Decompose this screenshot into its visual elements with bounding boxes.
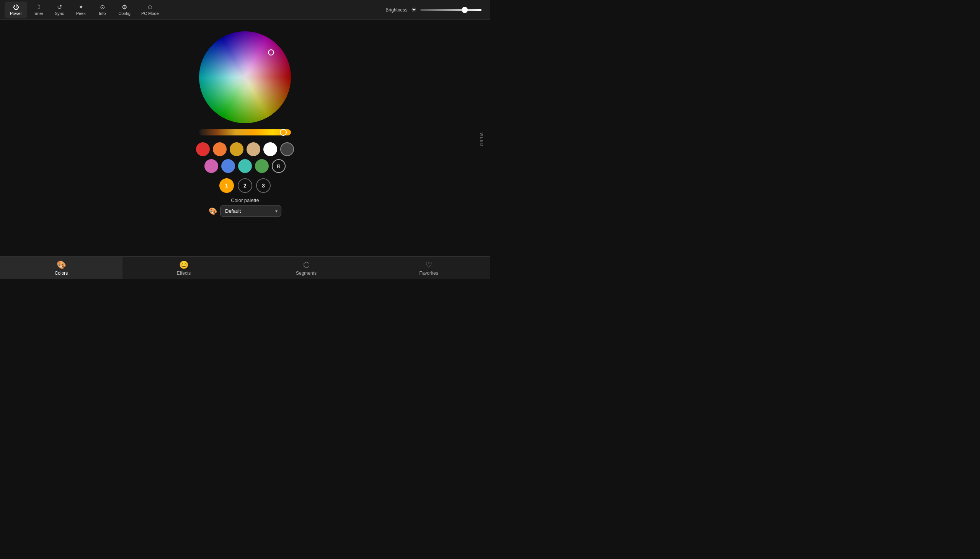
hue-slider[interactable]: [199, 129, 291, 136]
hue-slider-container: [199, 129, 291, 137]
timer-icon: ☽: [35, 4, 41, 10]
swatches-row-2: R: [204, 159, 286, 173]
bottom-nav-segments-label: Segments: [296, 271, 316, 276]
nav-timer-label: Timer: [33, 11, 43, 16]
bottom-nav-colors[interactable]: 🎨 Colors: [0, 257, 122, 280]
pc-mode-icon: ☺: [147, 4, 153, 10]
swatch-black[interactable]: [280, 142, 294, 156]
palette-icon: 🎨: [209, 207, 217, 215]
colors-nav-icon: 🎨: [57, 260, 66, 270]
palette-num-1[interactable]: 1: [219, 178, 234, 193]
swatch-green[interactable]: [255, 159, 269, 173]
swatch-red[interactable]: [196, 142, 210, 156]
color-wheel[interactable]: [199, 31, 291, 123]
brightness-label: Brightness: [386, 7, 407, 13]
top-navigation: ⏻ Power ☽ Timer ↺ Sync ✦ Peek ⊙ Info ⚙ C…: [0, 0, 490, 20]
brightness-area: Brightness ☀: [386, 6, 485, 13]
effects-nav-icon: 😊: [179, 260, 189, 270]
nav-config[interactable]: ⚙ Config: [113, 2, 136, 18]
favorites-nav-icon: ♡: [425, 260, 432, 270]
nav-info[interactable]: ⊙ Info: [91, 2, 113, 18]
config-icon: ⚙: [122, 4, 127, 10]
brightness-slider[interactable]: [420, 9, 482, 11]
bottom-nav-segments[interactable]: ⬡ Segments: [245, 257, 368, 280]
bottom-nav-favorites-label: Favorites: [419, 271, 438, 276]
segments-nav-icon: ⬡: [303, 260, 310, 270]
bottom-nav-effects-label: Effects: [177, 271, 190, 276]
nav-info-label: Info: [99, 11, 106, 16]
palette-select-wrapper: Default Random Cycle Color 1 Colors 1&2 …: [220, 205, 281, 217]
nav-power[interactable]: ⏻ Power: [5, 2, 27, 18]
bottom-nav-favorites[interactable]: ♡ Favorites: [368, 257, 490, 280]
swatches-row-1: [196, 142, 294, 156]
swatch-orange[interactable]: [213, 142, 227, 156]
peek-icon: ✦: [78, 4, 83, 10]
palette-dropdown-row: 🎨 Default Random Cycle Color 1 Colors 1&…: [209, 205, 281, 217]
main-content: R 1 2 3 Color palette 🎨 Default Random C…: [0, 20, 490, 256]
palette-label: Color palette: [209, 197, 281, 203]
nav-pc-mode[interactable]: ☺ PC Mode: [136, 2, 164, 18]
palette-num-2[interactable]: 2: [238, 178, 252, 193]
info-icon: ⊙: [100, 4, 105, 10]
bottom-nav-colors-label: Colors: [55, 271, 68, 276]
nav-peek[interactable]: ✦ Peek: [70, 2, 91, 18]
palette-num-3[interactable]: 3: [256, 178, 271, 193]
nav-timer[interactable]: ☽ Timer: [27, 2, 49, 18]
nav-sync-label: Sync: [55, 11, 64, 16]
color-wheel-container: [199, 31, 291, 123]
swatch-random[interactable]: R: [272, 159, 286, 173]
swatch-white[interactable]: [263, 142, 277, 156]
color-palette-section: Color palette 🎨 Default Random Cycle Col…: [209, 197, 281, 217]
nav-power-label: Power: [10, 11, 22, 16]
power-icon: ⏻: [13, 4, 19, 10]
nav-sync[interactable]: ↺ Sync: [49, 2, 70, 18]
nav-config-label: Config: [118, 11, 131, 16]
palette-select[interactable]: Default Random Cycle Color 1 Colors 1&2 …: [220, 205, 281, 217]
brightness-icon: ☀: [411, 6, 417, 13]
swatch-blue[interactable]: [221, 159, 235, 173]
swatches-area: R: [196, 142, 294, 173]
nav-pc-mode-label: PC Mode: [141, 11, 159, 16]
sync-icon: ↺: [57, 4, 62, 10]
wled-brand: WLED: [479, 132, 483, 147]
palette-numbers: 1 2 3: [219, 178, 271, 193]
swatch-yellow[interactable]: [230, 142, 243, 156]
bottom-navigation: 🎨 Colors 😊 Effects ⬡ Segments ♡ Favorite…: [0, 256, 490, 280]
swatch-pink[interactable]: [204, 159, 218, 173]
nav-peek-label: Peek: [76, 11, 86, 16]
bottom-nav-effects[interactable]: 😊 Effects: [122, 257, 245, 280]
swatch-tan[interactable]: [247, 142, 260, 156]
swatch-cyan[interactable]: [238, 159, 252, 173]
